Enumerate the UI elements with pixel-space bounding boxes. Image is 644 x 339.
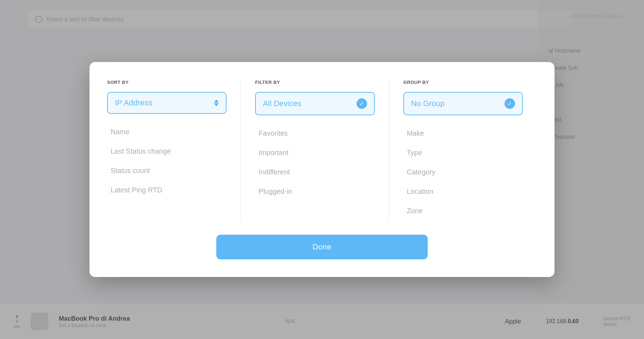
group-location-item[interactable]: Location bbox=[403, 182, 523, 201]
filter-important-item[interactable]: Important bbox=[255, 143, 374, 162]
arrow-up-icon bbox=[214, 99, 219, 103]
group-make-item[interactable]: Make bbox=[403, 124, 523, 143]
group-zone-item[interactable]: Zone bbox=[403, 201, 523, 221]
modal-backdrop: SORT BY IP Address Name Last Status chan… bbox=[0, 0, 644, 339]
sort-filter-group-modal: SORT BY IP Address Name Last Status chan… bbox=[89, 62, 555, 277]
group-by-selected[interactable]: No Group ✓ bbox=[403, 92, 523, 115]
filter-by-selected-text: All Devices bbox=[263, 99, 301, 108]
sort-latest-ping-item[interactable]: Latest Ping RTD bbox=[107, 180, 227, 200]
group-type-item[interactable]: Type bbox=[403, 143, 523, 162]
modal-columns: SORT BY IP Address Name Last Status chan… bbox=[107, 80, 537, 221]
done-button[interactable]: Done bbox=[216, 235, 428, 259]
group-category-item[interactable]: Category bbox=[403, 162, 523, 182]
sort-by-selected-text: IP Address bbox=[115, 98, 152, 107]
sort-last-status-item[interactable]: Last Status change bbox=[107, 142, 227, 161]
done-button-container: Done bbox=[107, 235, 537, 259]
group-check-icon: ✓ bbox=[504, 98, 515, 109]
sort-name-item[interactable]: Name bbox=[107, 122, 227, 142]
filter-favorites-item[interactable]: Favorites bbox=[255, 124, 374, 143]
filter-pluggedin-item[interactable]: Plugged-in bbox=[255, 182, 374, 201]
group-by-header: GROUP BY bbox=[403, 80, 523, 85]
sort-by-selected[interactable]: IP Address bbox=[107, 92, 227, 114]
filter-by-header: FILTER BY bbox=[255, 80, 374, 85]
filter-check-icon: ✓ bbox=[357, 98, 367, 109]
sort-by-column: SORT BY IP Address Name Last Status chan… bbox=[107, 80, 241, 221]
sort-arrows bbox=[214, 99, 219, 106]
sort-status-count-item[interactable]: Status count bbox=[107, 161, 227, 180]
filter-by-selected[interactable]: All Devices ✓ bbox=[255, 92, 374, 115]
group-by-column: GROUP BY No Group ✓ Make Type Category L… bbox=[389, 80, 537, 221]
filter-by-column: FILTER BY All Devices ✓ Favorites Import… bbox=[241, 80, 389, 221]
arrow-down-icon bbox=[214, 103, 219, 106]
group-by-selected-text: No Group bbox=[411, 99, 445, 108]
filter-indifferent-item[interactable]: Indifferent bbox=[255, 162, 374, 182]
sort-by-header: SORT BY bbox=[107, 80, 227, 85]
